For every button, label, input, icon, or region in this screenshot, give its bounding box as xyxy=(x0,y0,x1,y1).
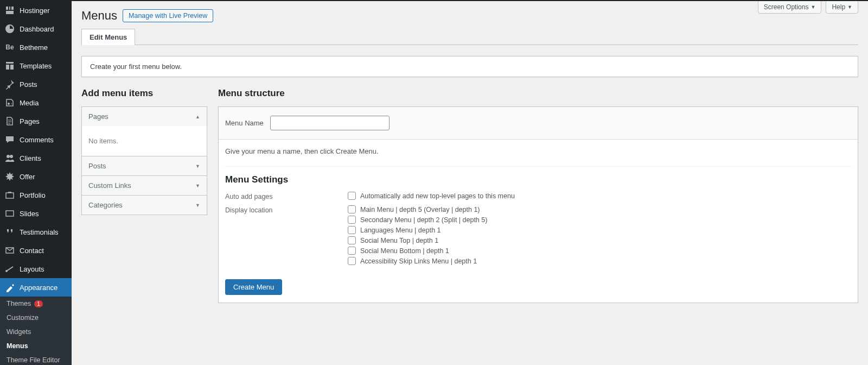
location-checkbox[interactable] xyxy=(348,257,356,265)
sidebar-item-templates[interactable]: Templates xyxy=(0,56,72,75)
sidebar-item-label: Contact xyxy=(20,247,44,255)
sidebar-item-label: Dashboard xyxy=(20,25,54,33)
pin-icon xyxy=(4,79,15,90)
svg-rect-6 xyxy=(6,211,14,216)
chevron-up-icon: ▲ xyxy=(195,114,200,119)
portfolio-icon xyxy=(4,190,15,200)
submenu-item-theme-file-editor[interactable]: Theme File Editor xyxy=(0,353,72,365)
sidebar-item-slides[interactable]: Slides xyxy=(0,204,72,223)
tab-edit-menus[interactable]: Edit Menus xyxy=(81,29,135,45)
sidebar-item-comments[interactable]: Comments xyxy=(0,130,72,149)
screen-options-button[interactable]: Screen Options▼ xyxy=(758,1,822,14)
accordion-toggle[interactable]: Categories▼ xyxy=(82,196,207,215)
menu-structure-heading: Menu structure xyxy=(218,88,858,99)
display-location-option[interactable]: Languages Menu | depth 1 xyxy=(348,226,851,234)
auto-add-pages-option[interactable]: Automatically add new top-level pages to… xyxy=(348,192,851,200)
betheme-icon: Be xyxy=(4,42,15,53)
location-checkbox[interactable] xyxy=(348,236,356,244)
location-checkbox[interactable] xyxy=(348,226,356,234)
display-location-option[interactable]: Social Menu Top | depth 1 xyxy=(348,236,851,244)
update-badge: 1 xyxy=(34,300,43,307)
notice-message: Create your first menu below. xyxy=(81,56,858,77)
svg-rect-1 xyxy=(6,65,9,70)
sidebar-item-dashboard[interactable]: Dashboard xyxy=(0,20,72,38)
sidebar-item-clients[interactable]: Clients xyxy=(0,149,72,167)
contact-icon xyxy=(4,245,15,256)
sidebar-item-portfolio[interactable]: Portfolio xyxy=(0,186,72,204)
location-checkbox[interactable] xyxy=(348,247,356,255)
menu-name-input[interactable] xyxy=(270,116,390,130)
clients-icon xyxy=(4,153,15,163)
accordion-body: No items. xyxy=(82,126,207,156)
menu-structure-panel: Menu Name Give your menu a name, then cl… xyxy=(218,106,858,303)
display-location-option[interactable]: Secondary Menu | depth 2 (Split | depth … xyxy=(348,216,851,224)
sidebar-item-label: Hostinger xyxy=(20,7,50,15)
sidebar-item-posts[interactable]: Posts xyxy=(0,75,72,93)
svg-point-4 xyxy=(7,155,10,158)
sidebar-item-hostinger[interactable]: Hostinger xyxy=(0,1,72,20)
location-checkbox[interactable] xyxy=(348,205,356,213)
menu-hint: Give your menu a name, then click Create… xyxy=(225,147,851,155)
submenu-item-widgets[interactable]: Widgets xyxy=(0,325,72,339)
sidebar-item-label: Betheme xyxy=(20,43,48,52)
add-menu-items-heading: Add menu items xyxy=(81,88,207,99)
content-area: Screen Options▼ Help▼ Menus Manage with … xyxy=(72,1,868,365)
submenu-item-menus[interactable]: Menus xyxy=(0,339,72,353)
dashboard-icon xyxy=(4,23,15,34)
auto-add-checkbox[interactable] xyxy=(348,192,356,200)
sidebar-item-layouts[interactable]: Layouts xyxy=(0,260,72,278)
sidebar-item-label: Comments xyxy=(20,136,54,144)
accordion-toggle[interactable]: Custom Links▼ xyxy=(82,176,207,195)
sidebar-item-label: Testimonials xyxy=(20,228,59,236)
svg-point-3 xyxy=(8,103,10,105)
display-location-option[interactable]: Social Menu Bottom | depth 1 xyxy=(348,247,851,255)
submenu-item-customize[interactable]: Customize xyxy=(0,311,72,325)
accordion-pages: Pages▲No items. xyxy=(81,106,207,156)
accordion-posts: Posts▼ xyxy=(81,156,207,176)
sidebar-item-label: Posts xyxy=(20,80,37,89)
help-button[interactable]: Help▼ xyxy=(826,1,858,14)
comments-icon xyxy=(4,134,15,145)
sidebar-item-contact[interactable]: Contact xyxy=(0,241,72,260)
create-menu-button[interactable]: Create Menu xyxy=(225,279,282,295)
svg-point-5 xyxy=(10,155,13,158)
sidebar-item-label: Appearance xyxy=(20,284,58,292)
page-title: Menus xyxy=(81,9,117,23)
menu-name-label: Menu Name xyxy=(225,119,264,127)
sidebar-item-label: Media xyxy=(20,99,39,107)
sidebar-item-pages[interactable]: Pages xyxy=(0,112,72,130)
display-location-option[interactable]: Main Menu | depth 5 (Overlay | depth 1) xyxy=(348,205,851,213)
chevron-down-icon: ▼ xyxy=(195,163,200,169)
submenu-item-themes[interactable]: Themes1 xyxy=(0,297,72,311)
manage-live-preview-button[interactable]: Manage with Live Preview xyxy=(123,9,213,22)
sidebar-item-testimonials[interactable]: Testimonials xyxy=(0,223,72,241)
sidebar-item-label: Templates xyxy=(20,62,52,70)
sidebar-item-label: Layouts xyxy=(20,265,44,273)
display-location-option[interactable]: Accessibility Skip Links Menu | depth 1 xyxy=(348,257,851,265)
layouts-icon xyxy=(4,263,15,274)
sidebar-item-label: Clients xyxy=(20,154,41,162)
menu-settings-heading: Menu Settings xyxy=(225,166,851,185)
templates-icon xyxy=(4,60,15,71)
sidebar-item-offer[interactable]: Offer xyxy=(0,167,72,186)
location-checkbox[interactable] xyxy=(348,216,356,224)
admin-sidebar: HostingerDashboardBeBethemeTemplatesPost… xyxy=(0,1,72,365)
sidebar-item-label: Pages xyxy=(20,117,40,125)
sidebar-item-label: Slides xyxy=(20,210,39,218)
pages-icon xyxy=(4,116,15,127)
accordion-toggle[interactable]: Pages▲ xyxy=(82,107,207,126)
hostinger-icon xyxy=(4,5,15,16)
media-icon xyxy=(4,97,15,108)
sidebar-item-label: Offer xyxy=(20,173,35,181)
display-location-label: Display location xyxy=(225,205,348,267)
chevron-down-icon: ▼ xyxy=(195,203,200,208)
offer-icon xyxy=(4,171,15,182)
accordion-categories: Categories▼ xyxy=(81,195,207,215)
sidebar-item-betheme[interactable]: BeBetheme xyxy=(0,38,72,56)
slides-icon xyxy=(4,208,15,219)
accordion-toggle[interactable]: Posts▼ xyxy=(82,156,207,175)
sidebar-item-media[interactable]: Media xyxy=(0,93,72,112)
sidebar-item-appearance[interactable]: Appearance xyxy=(0,278,72,297)
svg-rect-0 xyxy=(6,62,14,64)
svg-rect-2 xyxy=(10,65,14,70)
